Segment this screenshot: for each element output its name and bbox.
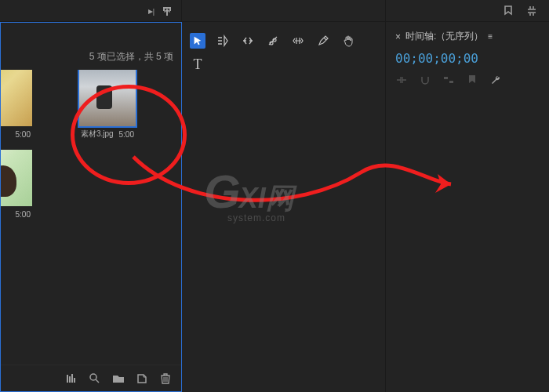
find-icon[interactable]	[89, 372, 101, 385]
insert-icon[interactable]	[395, 74, 408, 86]
settings-icon[interactable]	[525, 5, 538, 17]
selection-count: 5 项已选择，共 5 项	[89, 50, 173, 64]
ripple-edit-icon[interactable]	[240, 33, 256, 49]
project-panel[interactable]: 5 项已选择，共 5 项 5:00 素材3.jpg 5:00	[0, 22, 182, 392]
panel-menu-icon[interactable]: ≡	[488, 32, 493, 41]
razor-tool-icon[interactable]	[265, 33, 281, 49]
tools-panel: T	[182, 22, 386, 392]
timeline-panel[interactable]: × 时间轴:（无序列） ≡ 00;00;00;00	[386, 22, 549, 392]
add-marker-icon[interactable]	[466, 74, 478, 86]
slip-tool-icon[interactable]	[290, 33, 306, 49]
track-select-icon[interactable]	[215, 33, 231, 49]
selection-tool-icon[interactable]	[190, 33, 205, 49]
timeline-title-text: 时间轴:（无序列）	[405, 30, 483, 43]
svg-rect-3	[449, 81, 453, 83]
new-bin-icon[interactable]	[112, 372, 125, 385]
snap-icon[interactable]	[419, 74, 431, 86]
timecode-display[interactable]: 00;00;00;00	[395, 51, 540, 66]
marker-icon[interactable]	[502, 5, 514, 17]
hand-tool-icon[interactable]	[340, 33, 356, 49]
thumbnail-duration: 5:00	[16, 130, 31, 139]
list-view-icon[interactable]	[65, 372, 78, 385]
svg-point-1	[90, 374, 96, 380]
thumbnail-item[interactable]: 素材3.jpg 5:00	[79, 70, 136, 140]
thumbnail-item[interactable]: 5:00	[1, 70, 32, 140]
thumbnail-image	[79, 70, 136, 126]
trash-icon[interactable]	[159, 372, 172, 385]
thumbnail-duration: 5:00	[16, 210, 31, 219]
thumbnail-item[interactable]: 5:00	[1, 150, 32, 220]
wrench-icon[interactable]	[489, 74, 502, 86]
pen-tool-icon[interactable]	[315, 33, 331, 49]
auto-sequence-icon[interactable]: ▸|	[148, 5, 155, 16]
thumbnail-grid[interactable]: 5:00 素材3.jpg 5:00 5:00	[1, 70, 181, 365]
svg-rect-2	[444, 77, 448, 79]
thumbnail-duration: 5:00	[119, 130, 134, 139]
close-icon[interactable]: ×	[395, 31, 401, 42]
share-icon[interactable]	[161, 5, 173, 17]
thumbnail-name: 素材3.jpg	[81, 129, 114, 140]
thumbnail-image	[1, 70, 32, 126]
thumbnail-image	[1, 150, 32, 206]
new-item-icon[interactable]	[136, 372, 148, 385]
type-tool-icon[interactable]: T	[190, 56, 205, 72]
linked-selection-icon[interactable]	[442, 74, 455, 86]
